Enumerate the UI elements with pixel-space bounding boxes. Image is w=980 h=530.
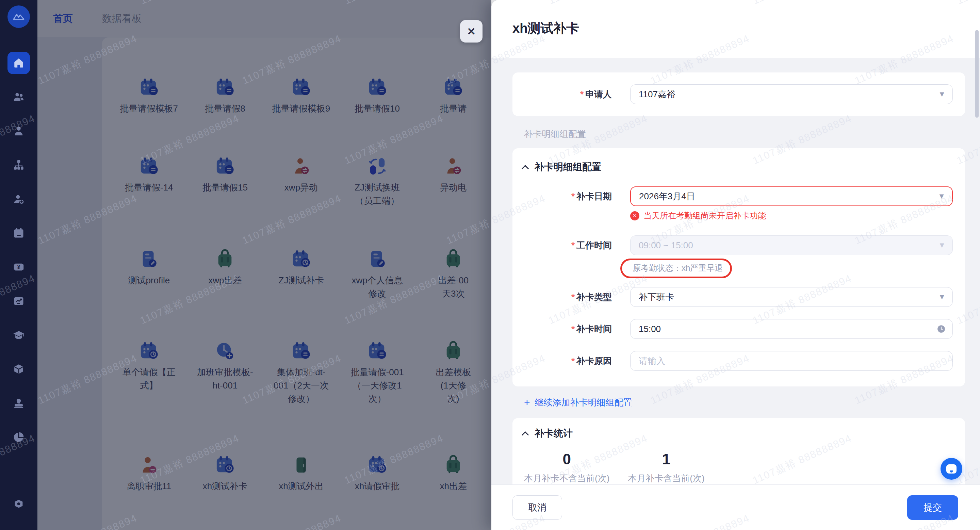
stat-value: 1 xyxy=(662,451,670,468)
punch-type-value: 补下班卡 xyxy=(639,291,674,303)
sidebar-item-calendar[interactable] xyxy=(8,222,30,244)
sidebar-item-users[interactable] xyxy=(8,86,30,108)
detail-config-card: 补卡明细组配置 *补卡日期 2026年3月4日 ▼ ✕ 当天所在考勤组尚未开启补… xyxy=(512,148,965,386)
chevron-down-icon: ▼ xyxy=(938,293,946,301)
detail-section-header[interactable]: 补卡明细组配置 xyxy=(523,160,965,173)
stat-value: 0 xyxy=(563,451,571,468)
applicant-select[interactable]: 1107嘉裕 ▼ xyxy=(630,84,953,104)
stat-label: 本月补卡不含当前(次) xyxy=(524,473,609,484)
org-chart-icon xyxy=(13,159,25,171)
stats-card: 补卡统计 0 本月补卡不含当前(次) 1 本月补卡含当前(次) xyxy=(512,418,965,484)
required-asterisk: * xyxy=(571,292,575,302)
drawer-scrollbar-thumb[interactable] xyxy=(975,30,978,118)
punch-reason-input[interactable]: 请输入 xyxy=(630,351,953,371)
home-icon xyxy=(13,57,25,69)
stat-label: 本月补卡含当前(次) xyxy=(628,473,705,484)
app-root: { "watermark": { "text": "1107嘉裕 8888888… xyxy=(0,0,980,530)
graduation-cap-icon xyxy=(13,329,25,341)
punch-time-label: *补卡时间 xyxy=(512,323,612,335)
punch-correction-drawer: xh测试补卡 *申请人 1107嘉裕 ▼ 补卡明细组配置 补卡明细组配置 xyxy=(492,0,980,530)
sidebar-item-money[interactable]: ¥ xyxy=(8,256,30,278)
stat-month-excluding-current: 0 本月补卡不含当前(次) xyxy=(524,451,609,484)
punch-reason-label: *补卡原因 xyxy=(512,355,612,367)
report-chart-icon xyxy=(13,295,25,307)
cube-icon xyxy=(13,363,25,375)
punch-time-picker[interactable]: 15:00 xyxy=(630,319,953,339)
sidebar-item-cube[interactable] xyxy=(8,358,30,380)
punch-date-select[interactable]: 2026年3月4日 ▼ xyxy=(630,186,953,206)
required-asterisk: * xyxy=(571,356,575,366)
required-asterisk: * xyxy=(580,89,584,99)
drawer-body: *申请人 1107嘉裕 ▼ 补卡明细组配置 补卡明细组配置 *补卡日期 xyxy=(492,58,980,484)
drawer-close-button[interactable]: ✕ xyxy=(460,20,482,43)
plus-icon: + xyxy=(524,398,530,408)
cancel-button[interactable]: 取消 xyxy=(512,495,562,520)
sidebar-item-stamp[interactable] xyxy=(8,392,30,414)
sidebar-item-org-chart[interactable] xyxy=(8,154,30,176)
applicant-card: *申请人 1107嘉裕 ▼ xyxy=(512,73,965,116)
chat-bubble-icon xyxy=(946,464,956,473)
modal-dim-overlay[interactable] xyxy=(37,0,492,530)
sidebar-item-user[interactable] xyxy=(8,120,30,142)
chevron-down-icon: ▼ xyxy=(938,192,945,200)
users-icon xyxy=(13,91,25,103)
punch-date-label: *补卡日期 xyxy=(512,190,612,202)
work-time-select-disabled: 09:00 ~ 15:00 ▼ xyxy=(630,235,953,255)
punch-date-value: 2026年3月4日 xyxy=(639,190,695,202)
settings-nut-icon xyxy=(13,498,25,510)
sidebar-item-report-chart[interactable] xyxy=(8,290,30,312)
required-asterisk: * xyxy=(571,240,575,251)
punch-date-error-text: 当天所在考勤组尚未开启补卡功能 xyxy=(643,210,766,221)
punch-type-label: *补卡类型 xyxy=(512,291,612,303)
detail-group-mini-label: 补卡明细组配置 xyxy=(524,128,965,140)
attendance-status-note: 原考勤状态：xh严重早退 xyxy=(633,263,723,273)
applicant-value: 1107嘉裕 xyxy=(639,89,675,100)
chevron-down-icon: ▼ xyxy=(938,90,946,98)
submit-button[interactable]: 提交 xyxy=(907,495,958,520)
stamp-icon xyxy=(13,397,25,409)
required-asterisk: * xyxy=(571,191,575,202)
field-row-punch-date: *补卡日期 2026年3月4日 ▼ xyxy=(512,186,965,206)
chevron-up-icon xyxy=(522,431,529,438)
left-nav-rail: ¥ xyxy=(0,0,37,530)
detail-section-title: 补卡明细组配置 xyxy=(535,160,601,173)
drawer-title: xh测试补卡 xyxy=(512,20,980,37)
sidebar-item-graduation-cap[interactable] xyxy=(8,324,30,346)
stat-month-including-current: 1 本月补卡含当前(次) xyxy=(628,451,705,484)
work-time-value: 09:00 ~ 15:00 xyxy=(639,240,693,251)
sidebar-item-pie-chart[interactable] xyxy=(8,426,30,448)
app-logo[interactable] xyxy=(8,5,30,28)
money-icon: ¥ xyxy=(13,261,25,273)
user-add-icon xyxy=(13,193,25,205)
field-row-punch-type: *补卡类型 补下班卡 ▼ xyxy=(512,287,965,307)
stats-section-header[interactable]: 补卡统计 xyxy=(523,427,965,440)
field-row-work-time: *工作时间 09:00 ~ 15:00 ▼ xyxy=(512,235,965,255)
punch-type-select[interactable]: 补下班卡 ▼ xyxy=(630,287,953,307)
punch-reason-placeholder: 请输入 xyxy=(639,355,665,367)
chevron-down-icon: ▼ xyxy=(938,241,946,249)
svg-text:¥: ¥ xyxy=(17,264,21,270)
punch-time-value: 15:00 xyxy=(639,324,661,335)
punch-date-error: ✕ 当天所在考勤组尚未开启补卡功能 xyxy=(630,210,953,221)
required-asterisk: * xyxy=(571,324,575,334)
attendance-status-annotation-circle: 原考勤状态：xh严重早退 xyxy=(620,259,732,278)
stats-section-title: 补卡统计 xyxy=(535,427,573,440)
pie-chart-icon xyxy=(13,431,25,443)
sidebar-item-home[interactable] xyxy=(8,52,30,74)
error-circle-icon: ✕ xyxy=(630,211,640,221)
field-row-punch-time: *补卡时间 15:00 xyxy=(512,319,965,339)
chevron-up-icon xyxy=(522,165,529,172)
chat-fab-button[interactable] xyxy=(940,458,962,480)
clock-icon xyxy=(937,325,946,333)
sidebar-item-user-add[interactable] xyxy=(8,188,30,210)
calendar-icon xyxy=(13,227,25,239)
add-detail-group-link[interactable]: + 继续添加补卡明细组配置 xyxy=(524,397,632,409)
work-time-label: *工作时间 xyxy=(512,240,612,251)
user-icon xyxy=(13,125,25,137)
field-row-punch-reason: *补卡原因 请输入 xyxy=(512,351,965,371)
sidebar-item-settings-nut[interactable] xyxy=(8,493,30,515)
drawer-header: xh测试补卡 xyxy=(492,0,980,58)
drawer-footer: 取消 提交 xyxy=(492,484,980,530)
applicant-label: *申请人 xyxy=(512,89,612,100)
